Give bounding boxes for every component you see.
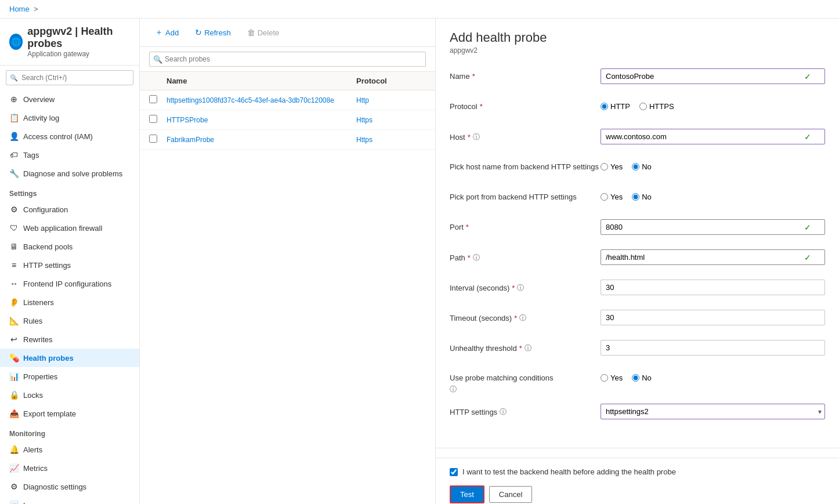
sidebar-item-locks[interactable]: 🔒 Locks [0,386,139,404]
table-search-input[interactable] [149,52,426,67]
protocol-http-option[interactable]: HTTP [601,102,630,111]
probe-name-1[interactable]: httpsettings1008fd37c-46c5-43ef-ae4a-3db… [167,96,334,104]
sidebar-item-frontend-ip[interactable]: ↔ Frontend IP configurations [0,274,139,293]
timeout-info-icon: ⓘ [519,313,526,323]
port-input[interactable] [601,219,825,235]
sidebar-item-rewrites[interactable]: ↩ Rewrites [0,330,139,349]
test-checkbox-row: I want to test the backend health before… [450,467,825,476]
sidebar-item-label: Diagnostic settings [23,483,86,491]
data-table: Name Protocol httpsettings1008fd37c-46c5… [140,72,435,504]
http-settings-label: HTTP settings ⓘ [450,404,601,417]
alerts-icon: 🔔 [9,445,19,454]
breadcrumb-home[interactable]: Home [9,5,30,13]
sidebar-item-label: Tags [23,151,39,159]
protocol-https-option[interactable]: HTTPS [639,102,674,111]
pick-port-yes-option[interactable]: Yes [601,193,623,201]
iam-icon: 👤 [9,132,19,141]
settings-section-header: Settings [0,183,139,200]
sidebar-item-backend-pools[interactable]: 🖥 Backend pools [0,237,139,256]
test-button[interactable]: Test [450,485,484,503]
interval-input[interactable] [601,280,825,295]
sidebar-item-tags[interactable]: 🏷 Tags [0,146,139,164]
path-input[interactable] [601,249,825,265]
port-control: ✓ [601,219,825,235]
unhealthy-input[interactable] [601,340,825,356]
sidebar-item-rules[interactable]: 📐 Rules [0,311,139,330]
sidebar-item-waf[interactable]: 🛡 Web application firewall [0,219,139,237]
sidebar-item-logs[interactable]: 📃 Logs [0,496,139,504]
col-name-header: Name [167,77,356,85]
sidebar-item-health-probes[interactable]: 💊 Health probes [0,349,139,367]
sidebar-item-configuration[interactable]: ⚙ Configuration [0,200,139,219]
pick-port-no-radio[interactable] [632,193,639,201]
host-label: Host * ⓘ [450,129,601,142]
test-checkbox-label: I want to test the backend health before… [462,467,676,476]
host-input[interactable] [601,129,825,144]
protocol-https-radio[interactable] [639,103,647,110]
path-check-icon: ✓ [804,253,811,262]
sidebar-item-label: Access control (IAM) [23,132,93,141]
sidebar-item-export-template[interactable]: 📤 Export template [0,404,139,423]
sidebar-item-activity-log[interactable]: 📋 Activity log [0,108,139,127]
cancel-button[interactable]: Cancel [489,486,532,503]
probe-matching-yes-radio[interactable] [601,374,608,382]
sidebar-item-label: Alerts [23,445,42,454]
form-row-port: Port * ✓ [450,219,825,240]
probe-name-2[interactable]: HTTPSProbe [167,116,208,124]
row-checkbox-3[interactable] [149,135,167,144]
probe-matching-label: Use probe matching conditions ⓘ [450,370,601,394]
sidebar-item-diagnostic-settings[interactable]: ⚙ Diagnostic settings [0,477,139,496]
timeout-control [601,310,825,325]
sidebar-item-metrics[interactable]: 📈 Metrics [0,459,139,477]
form-row-http-settings: HTTP settings ⓘ httpsettings2 ▾ [450,404,825,425]
sidebar-item-diagnose[interactable]: 🔧 Diagnose and solve problems [0,164,139,183]
sidebar-item-listeners[interactable]: 👂 Listeners [0,293,139,311]
refresh-button[interactable]: ↻ Refresh [189,25,237,40]
search-icon: 🔍 [10,74,18,82]
add-button[interactable]: ＋ Add [149,24,185,41]
probe-matching-yes-option[interactable]: Yes [601,374,623,382]
activity-log-icon: 📋 [9,113,19,122]
probe-matching-no-option[interactable]: No [632,374,652,382]
pick-port-control: Yes No [601,189,825,201]
protocol-http-radio[interactable] [601,103,608,110]
rewrites-icon: ↩ [9,335,19,344]
pick-host-yes-option[interactable]: Yes [601,162,623,171]
sidebar-item-access-control[interactable]: 👤 Access control (IAM) [0,127,139,146]
http-settings-control: httpsettings2 ▾ [601,404,825,419]
row-checkbox-2[interactable] [149,115,167,125]
pick-port-no-option[interactable]: No [632,193,652,201]
name-input[interactable] [601,68,825,84]
sidebar-item-alerts[interactable]: 🔔 Alerts [0,440,139,459]
sidebar-item-overview[interactable]: ⊕ Overview [0,90,139,108]
probe-name-3[interactable]: FabrikamProbe [167,136,214,144]
probe-protocol-3: Https [356,136,426,144]
pick-host-yes-radio[interactable] [601,163,608,171]
sidebar-item-label: Properties [23,372,57,381]
sidebar-search-input[interactable] [6,70,133,85]
test-checkbox[interactable] [450,468,458,476]
pick-port-yes-radio[interactable] [601,193,608,201]
table-search-icon: 🔍 [153,55,162,64]
sidebar-item-label: Frontend IP configurations [23,280,111,288]
pick-host-no-radio[interactable] [632,163,639,171]
http-settings-icon: ≡ [9,260,19,270]
sidebar-item-http-settings[interactable]: ≡ HTTP settings [0,256,139,274]
form-panel: Add health probe appgwv2 Name * ✓ [436,19,839,504]
timeout-input[interactable] [601,310,825,325]
sidebar-item-properties[interactable]: 📊 Properties [0,367,139,386]
delete-button[interactable]: 🗑 Delete [241,25,285,40]
pick-host-no-option[interactable]: No [632,162,652,171]
host-info-icon: ⓘ [473,132,480,142]
probe-matching-info-icon: ⓘ [450,385,457,394]
row-checkbox-1[interactable] [149,95,167,105]
sidebar-item-label: Locks [23,391,43,400]
sidebar-nav: ⊕ Overview 📋 Activity log 👤 Access contr… [0,90,139,504]
sidebar-item-label: Listeners [23,298,54,307]
http-settings-select[interactable]: httpsettings2 [601,404,825,419]
sidebar-item-label: Metrics [23,464,48,473]
form-body: Name * ✓ Protocol * [436,59,839,443]
probe-matching-no-radio[interactable] [632,374,639,382]
unhealthy-info-icon: ⓘ [525,343,531,353]
http-settings-info-icon: ⓘ [500,407,507,417]
